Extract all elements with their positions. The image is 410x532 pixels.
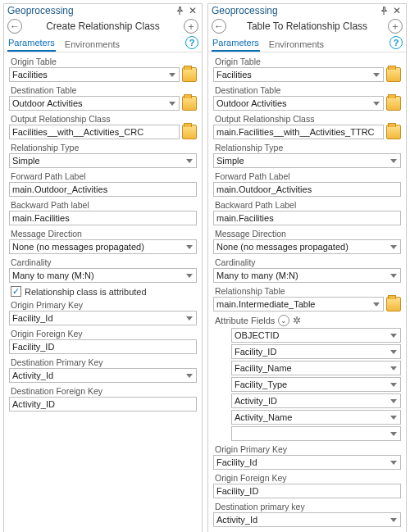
attributed-label: Relationship class is attributed (25, 287, 147, 297)
origin-table-select[interactable]: Facilities (9, 67, 180, 82)
label-relationship-type: Relationship Type (215, 143, 401, 152)
tool-header: ← Table To Relationship Class ＋ (208, 17, 406, 35)
pin-icon[interactable] (174, 5, 185, 16)
destination-table-select[interactable]: Outdoor Activities (213, 96, 384, 111)
geoprocessing-panel-right: Geoprocessing ✕ ← Table To Relationship … (207, 3, 407, 532)
add-tool-button[interactable]: ＋ (388, 19, 403, 34)
label-message-direction: Message Direction (11, 229, 197, 239)
origin-table-select[interactable]: Facilities (213, 67, 384, 82)
label-message-direction: Message Direction (215, 229, 401, 239)
label-origin-table: Origin Table (11, 57, 197, 66)
geoprocessing-panel-left: Geoprocessing ✕ ← Create Relationship Cl… (3, 3, 203, 532)
tabs: Parameters Environments ? (208, 35, 406, 52)
backward-path-input[interactable]: main.Facilities (213, 211, 401, 225)
chevron-down-icon[interactable]: ⌄ (278, 315, 289, 326)
parameters-form: Origin Table Facilities Destination Tabl… (208, 52, 406, 532)
browse-icon[interactable] (386, 125, 401, 139)
label-destination-table: Destination Table (215, 85, 401, 95)
label-destination-table: Destination Table (11, 85, 197, 95)
back-button[interactable]: ← (7, 19, 22, 34)
tabs: Parameters Environments ? (4, 35, 202, 52)
origin-pk-select[interactable]: Facility_Id (9, 311, 197, 325)
output-rc-input[interactable]: main.Facilities__with__Activities_TTRC (213, 125, 384, 139)
label-cardinality: Cardinality (11, 257, 197, 267)
output-rc-input[interactable]: Facilities__with__Activities_CRC (9, 125, 180, 139)
label-output-rc: Output Relationship Class (215, 114, 401, 124)
tool-title: Table To Relationship Class (226, 20, 388, 32)
tool-header: ← Create Relationship Class ＋ (4, 17, 202, 35)
tab-environments[interactable]: Environments (64, 37, 121, 52)
gear-icon[interactable]: ✲ (293, 315, 301, 326)
attribute-field-item[interactable]: OBJECTID (231, 328, 401, 343)
browse-icon[interactable] (182, 125, 197, 139)
back-button[interactable]: ← (212, 19, 226, 34)
attribute-field-item[interactable]: Activity_Name (231, 410, 401, 425)
browse-icon[interactable] (182, 67, 197, 82)
dest-pk-select[interactable]: Activity_Id (213, 512, 401, 527)
label-attribute-fields: Attribute Fields (215, 316, 275, 325)
cardinality-select[interactable]: Many to many (M:N) (9, 268, 197, 283)
forward-path-input[interactable]: main.Outdoor_Activities (9, 182, 197, 197)
relationship-type-select[interactable]: Simple (9, 153, 197, 168)
parameters-form: Origin Table Facilities Destination Tabl… (4, 52, 202, 532)
label-backward-path: Backward Path label (11, 200, 197, 210)
tool-title: Create Relationship Class (22, 20, 184, 32)
browse-icon[interactable] (386, 67, 401, 82)
close-icon[interactable]: ✕ (391, 5, 403, 16)
cardinality-select[interactable]: Many to many (M:N) (213, 268, 401, 283)
attributed-checkbox[interactable]: ✓ (11, 286, 21, 297)
label-origin-pk: Origin Primary Key (11, 300, 197, 310)
browse-icon[interactable] (386, 96, 401, 111)
message-direction-select[interactable]: None (no messages propagated) (213, 239, 401, 254)
label-relationship-table: Relationship Table (215, 286, 401, 296)
attribute-field-item[interactable]: Facility_Type (231, 377, 401, 392)
tab-parameters[interactable]: Parameters (7, 35, 56, 52)
pin-icon[interactable] (378, 5, 390, 16)
label-relationship-type: Relationship Type (11, 143, 197, 152)
titlebar: Geoprocessing ✕ (208, 4, 406, 17)
window-title: Geoprocessing (7, 5, 172, 16)
label-origin-table: Origin Table (215, 57, 401, 66)
message-direction-select[interactable]: None (no messages propagated) (9, 239, 197, 254)
label-forward-path: Forward Path Label (215, 171, 401, 181)
help-icon[interactable]: ? (390, 36, 403, 49)
label-dest-pk: Destination primary key (215, 502, 401, 512)
origin-fk-input[interactable]: Facility_ID (9, 339, 197, 354)
attribute-field-item[interactable]: Facility_Name (231, 361, 401, 375)
origin-fk-input[interactable]: Facility_ID (213, 484, 401, 498)
dest-pk-select[interactable]: Activity_Id (9, 368, 197, 383)
attribute-field-item[interactable] (231, 426, 401, 441)
label-origin-pk: Origin Primary Key (215, 444, 401, 454)
tab-parameters[interactable]: Parameters (212, 35, 260, 52)
attribute-field-item[interactable]: Activity_ID (231, 393, 401, 408)
label-output-rc: Output Relationship Class (11, 114, 197, 124)
window-title: Geoprocessing (212, 5, 376, 16)
label-origin-fk: Origin Foreign Key (215, 473, 401, 483)
attribute-fields-list: OBJECTID Facility_ID Facility_Name Facil… (213, 328, 401, 441)
browse-icon[interactable] (182, 96, 197, 111)
label-backward-path: Backward Path Label (215, 200, 401, 210)
label-cardinality: Cardinality (215, 257, 401, 267)
tab-environments[interactable]: Environments (268, 37, 325, 52)
relationship-table-select[interactable]: main.Intermediate_Table (213, 297, 384, 311)
label-origin-fk: Origin Foreign Key (11, 329, 197, 339)
origin-pk-select[interactable]: Facility_Id (213, 455, 401, 470)
titlebar: Geoprocessing ✕ (4, 4, 202, 17)
label-forward-path: Forward Path Label (11, 171, 197, 181)
forward-path-input[interactable]: main.Outdoor_Activities (213, 182, 401, 197)
label-dest-pk: Destination Primary Key (11, 357, 197, 367)
label-dest-fk: Destination Foreign Key (11, 386, 197, 396)
attribute-field-item[interactable]: Facility_ID (231, 344, 401, 359)
relationship-type-select[interactable]: Simple (213, 153, 401, 168)
browse-icon[interactable] (386, 297, 401, 311)
close-icon[interactable]: ✕ (187, 5, 198, 16)
backward-path-input[interactable]: main.Facilities (9, 211, 197, 225)
add-tool-button[interactable]: ＋ (184, 19, 198, 34)
help-icon[interactable]: ? (185, 36, 198, 49)
dest-fk-input[interactable]: Activity_ID (9, 397, 197, 412)
destination-table-select[interactable]: Outdoor Activities (9, 96, 180, 111)
